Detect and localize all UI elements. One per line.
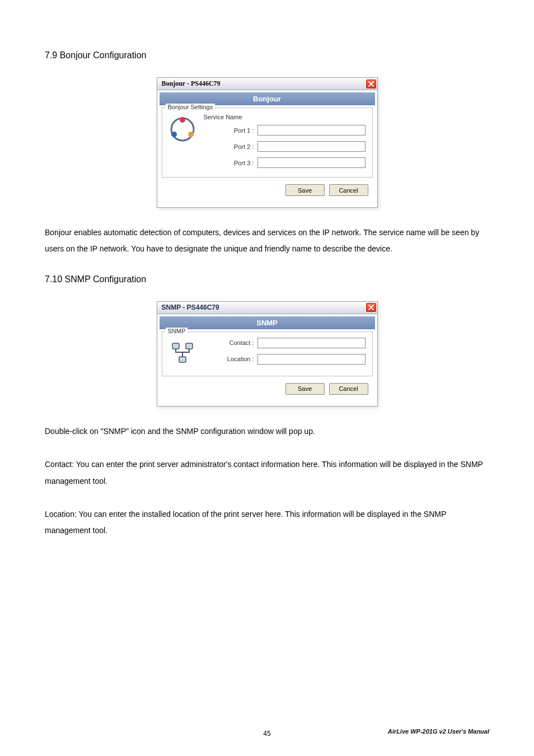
snmp-save-button[interactable]: Save bbox=[285, 383, 325, 395]
bonjour-titlebar: Bonjour - PS446C79 bbox=[157, 78, 377, 90]
section-heading-snmp: 7.10 SNMP Configuration bbox=[45, 274, 489, 284]
snmp-contact-row: Contact : bbox=[202, 338, 366, 348]
bonjour-description: Bonjour enables automatic detection of c… bbox=[45, 225, 489, 258]
svg-rect-5 bbox=[186, 343, 193, 349]
bonjour-port3-row: Port 3 : bbox=[202, 157, 366, 168]
snmp-paragraph-3: Location: You can enter the installed lo… bbox=[45, 506, 489, 539]
bonjour-port3-label: Port 3 : bbox=[202, 160, 257, 166]
bonjour-icon bbox=[169, 116, 196, 143]
snmp-dialog-title: SNMP - PS446C79 bbox=[162, 304, 219, 311]
bonjour-settings-group: Bonjour Settings Service Name bbox=[162, 108, 373, 178]
svg-point-3 bbox=[188, 132, 194, 137]
svg-point-2 bbox=[171, 132, 177, 137]
snmp-group: SNMP Contact : bbox=[162, 332, 373, 376]
bonjour-group-legend: Bonjour Settings bbox=[166, 104, 216, 110]
bonjour-service-name-header: Service Name bbox=[204, 114, 366, 120]
snmp-titlebar: SNMP - PS446C79 bbox=[157, 302, 377, 314]
section-heading-bonjour: 7.9 Bonjour Configuration bbox=[45, 50, 489, 60]
bonjour-save-button[interactable]: Save bbox=[285, 184, 325, 196]
bonjour-dialog-title: Bonjour - PS446C79 bbox=[162, 80, 221, 88]
bonjour-port2-input[interactable] bbox=[257, 141, 366, 152]
bonjour-port1-input[interactable] bbox=[257, 125, 366, 136]
snmp-cancel-button[interactable]: Cancel bbox=[329, 383, 368, 395]
bonjour-dialog: Bonjour - PS446C79 Bonjour Bonjour Setti… bbox=[157, 77, 378, 208]
bonjour-port1-label: Port 1 : bbox=[202, 127, 257, 134]
bonjour-port1-row: Port 1 : bbox=[202, 125, 366, 136]
snmp-paragraph-1: Double-click on "SNMP" icon and the SNMP… bbox=[45, 423, 489, 440]
svg-rect-6 bbox=[179, 357, 186, 362]
snmp-location-label: Location : bbox=[202, 356, 257, 362]
bonjour-cancel-button[interactable]: Cancel bbox=[329, 184, 368, 196]
close-icon[interactable] bbox=[366, 80, 376, 88]
snmp-contact-input[interactable] bbox=[257, 338, 366, 348]
footer-brand: AirLive WP-201G v2 User's Manual bbox=[388, 728, 489, 735]
snmp-dialog-container: SNMP - PS446C79 SNMP SNMP bbox=[45, 301, 489, 407]
page-number: 45 bbox=[263, 730, 270, 738]
snmp-location-input[interactable] bbox=[257, 354, 366, 365]
snmp-dialog: SNMP - PS446C79 SNMP SNMP bbox=[157, 301, 378, 407]
bonjour-dialog-container: Bonjour - PS446C79 Bonjour Bonjour Setti… bbox=[45, 77, 489, 208]
snmp-band: SNMP bbox=[160, 316, 375, 329]
snmp-location-row: Location : bbox=[202, 354, 366, 365]
snmp-network-icon bbox=[169, 340, 196, 367]
bonjour-port2-label: Port 2 : bbox=[202, 143, 257, 150]
snmp-contact-label: Contact : bbox=[202, 339, 257, 346]
bonjour-port3-input[interactable] bbox=[257, 157, 366, 168]
snmp-group-legend: SNMP bbox=[166, 328, 188, 334]
svg-point-1 bbox=[180, 117, 185, 123]
snmp-paragraph-2: Contact: You can enter the print server … bbox=[45, 456, 489, 489]
close-icon[interactable] bbox=[366, 303, 376, 312]
bonjour-port2-row: Port 2 : bbox=[202, 141, 366, 152]
svg-rect-4 bbox=[172, 343, 179, 349]
page-footer: 45 AirLive WP-201G v2 User's Manual bbox=[0, 728, 534, 738]
